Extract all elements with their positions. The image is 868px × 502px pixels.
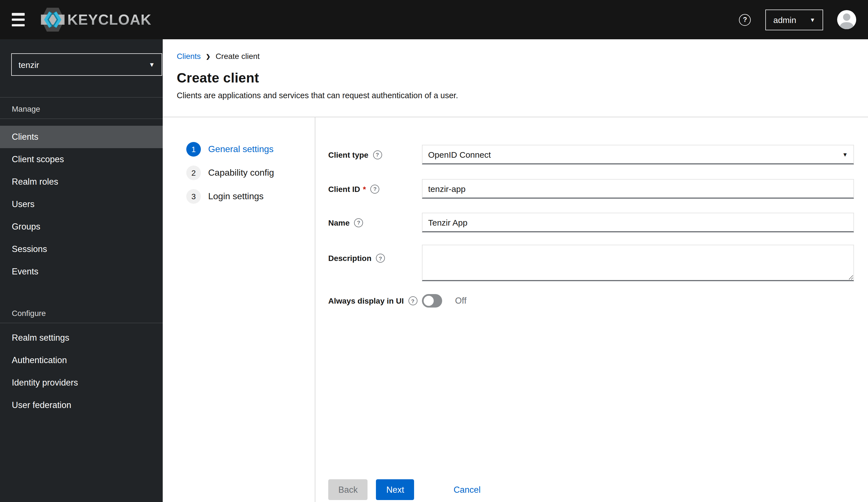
step-number-badge: 2: [186, 166, 201, 180]
wizard-step-login-settings[interactable]: 3 Login settings: [163, 189, 315, 204]
question-circle-icon[interactable]: ?: [373, 150, 382, 159]
question-circle-icon[interactable]: ?: [376, 254, 385, 263]
hamburger-bar: [12, 19, 25, 21]
back-button[interactable]: Back: [328, 479, 368, 500]
label-text: Client type: [328, 150, 368, 159]
name-row: Name ?: [328, 213, 854, 232]
nav-section-title: Configure: [0, 302, 163, 323]
description-label: Description ?: [328, 245, 422, 263]
breadcrumb-clients-link[interactable]: Clients: [177, 52, 201, 61]
user-avatar-icon: [837, 10, 856, 29]
help-icon[interactable]: ?: [739, 14, 751, 25]
step-number-badge: 1: [186, 142, 201, 156]
create-client-wizard: 1 General settings 2 Capability config 3…: [163, 117, 868, 502]
required-asterisk: *: [363, 184, 366, 193]
masthead-toolbar: ? admin ▼: [739, 9, 856, 30]
label-text: Always display in UI: [328, 296, 404, 305]
wizard-steps-nav: 1 General settings 2 Capability config 3…: [163, 117, 315, 502]
brand-text: KEYCLOAK: [67, 11, 151, 28]
client-id-row: Client ID * ?: [328, 179, 854, 199]
sidebar-item-client-scopes[interactable]: Client scopes: [0, 148, 163, 171]
question-circle-icon[interactable]: ?: [370, 184, 379, 193]
selected-value: OpenID Connect: [428, 150, 491, 159]
sidebar-item-user-federation[interactable]: User federation: [0, 394, 163, 417]
step-label: Capability config: [208, 168, 274, 178]
sidebar-item-groups[interactable]: Groups: [0, 215, 163, 238]
keycloak-logo-graphic: KEYCLOAK: [41, 6, 151, 33]
description-row: Description ?: [328, 245, 854, 281]
username: admin: [773, 15, 796, 24]
realm-name: tenzir: [19, 60, 39, 69]
sidebar-item-authentication[interactable]: Authentication: [0, 349, 163, 371]
sidebar: tenzir ▼ Manage Clients Client scopes Re…: [0, 39, 163, 502]
nav-section-manage: Manage Clients Client scopes Realm roles…: [0, 98, 163, 283]
sidebar-item-realm-settings[interactable]: Realm settings: [0, 327, 163, 349]
page-subtitle: Clients are applications and services th…: [177, 91, 868, 100]
wizard-actions: Back Next Cancel: [328, 479, 854, 500]
chevron-right-icon: ❯: [206, 53, 211, 59]
toggle-state-text: Off: [455, 296, 466, 306]
toggle-knob: [424, 296, 434, 306]
step-label: Login settings: [208, 191, 264, 202]
sidebar-item-clients[interactable]: Clients: [0, 126, 163, 148]
step-number-badge: 3: [186, 189, 201, 204]
step-label: General settings: [208, 144, 273, 154]
client-id-input[interactable]: [422, 179, 854, 199]
realm-selector[interactable]: tenzir ▼: [11, 53, 162, 76]
cancel-link[interactable]: Cancel: [450, 484, 484, 495]
sidebar-item-identity-providers[interactable]: Identity providers: [0, 371, 163, 394]
client-id-label: Client ID * ?: [328, 184, 422, 193]
nav-list-configure: Realm settings Authentication Identity p…: [0, 327, 163, 417]
keycloak-admin-console: KEYCLOAK ? admin ▼ tenzir ▼ Ma: [0, 0, 868, 502]
keycloak-logo[interactable]: KEYCLOAK: [41, 6, 151, 33]
always-display-toggle[interactable]: [422, 294, 442, 308]
wizard-step-general-settings[interactable]: 1 General settings: [163, 142, 315, 156]
avatar[interactable]: [837, 10, 856, 29]
question-circle-icon[interactable]: ?: [408, 296, 417, 305]
wizard-step-capability-config[interactable]: 2 Capability config: [163, 166, 315, 180]
always-display-label: Always display in UI ?: [328, 296, 422, 305]
general-settings-form: Client type ? OpenID Connect ▼ Client ID…: [315, 117, 868, 502]
page-header: Clients ❯ Create client Create client Cl…: [163, 39, 868, 100]
hamburger-bar: [12, 13, 25, 16]
always-display-row: Always display in UI ? Off: [328, 294, 854, 308]
question-circle-icon[interactable]: ?: [354, 218, 363, 227]
nav-section-configure: Configure Realm settings Authentication …: [0, 302, 163, 417]
masthead: KEYCLOAK ? admin ▼: [0, 0, 868, 39]
page-title: Create client: [177, 70, 868, 86]
name-input[interactable]: [422, 213, 854, 232]
client-type-row: Client type ? OpenID Connect ▼: [328, 145, 854, 164]
sidebar-nav: Manage Clients Client scopes Realm roles…: [0, 98, 163, 417]
nav-section-divider: [0, 119, 163, 119]
client-type-select[interactable]: OpenID Connect ▼: [422, 145, 854, 164]
sidebar-item-users[interactable]: Users: [0, 193, 163, 215]
label-text: Client ID: [328, 184, 360, 193]
sidebar-item-realm-roles[interactable]: Realm roles: [0, 171, 163, 193]
main-content: Clients ❯ Create client Create client Cl…: [163, 39, 868, 502]
hamburger-bar: [12, 24, 25, 27]
sidebar-item-sessions[interactable]: Sessions: [0, 238, 163, 260]
label-text: Name: [328, 218, 350, 227]
breadcrumb: Clients ❯ Create client: [177, 52, 868, 61]
nav-section-divider: [0, 323, 163, 323]
user-menu-dropdown[interactable]: admin ▼: [765, 9, 823, 30]
label-text: Description: [328, 254, 371, 263]
caret-down-icon: ▼: [842, 151, 848, 157]
nav-section-title: Manage: [0, 98, 163, 119]
caret-down-icon: ▼: [810, 17, 815, 23]
client-type-label: Client type ?: [328, 150, 422, 159]
breadcrumb-current: Create client: [216, 52, 259, 61]
next-button[interactable]: Next: [376, 479, 414, 500]
description-textarea[interactable]: [422, 245, 854, 281]
nav-list-manage: Clients Client scopes Realm roles Users …: [0, 126, 163, 283]
caret-down-icon: ▼: [149, 61, 155, 68]
sidebar-item-events[interactable]: Events: [0, 260, 163, 283]
name-label: Name ?: [328, 218, 422, 227]
nav-toggle-hamburger-icon[interactable]: [12, 13, 25, 27]
